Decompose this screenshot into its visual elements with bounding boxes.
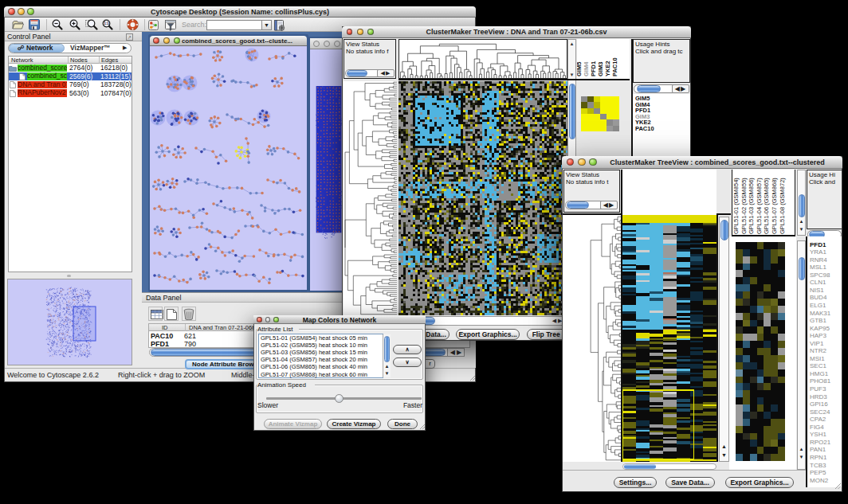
svg-text:FIG4: FIG4	[810, 424, 824, 431]
svg-text:NIS1: NIS1	[810, 287, 824, 294]
svg-text:RPN1: RPN1	[810, 454, 827, 461]
svg-text:GIM5: GIM5	[577, 62, 583, 76]
svg-text:SPC98: SPC98	[810, 272, 830, 279]
svg-text:GPL51-01 (GSM854): GPL51-01 (GSM854)	[732, 178, 740, 234]
svg-text:SEC24: SEC24	[810, 408, 830, 416]
svg-text:1:1: 1:1	[104, 21, 109, 25]
svg-text:MSL1: MSL1	[810, 264, 826, 271]
svg-text:KAP95: KAP95	[810, 325, 830, 332]
svg-text:PHO81: PHO81	[810, 377, 831, 385]
svg-text:MAK31: MAK31	[810, 310, 831, 317]
svg-text:HAP3: HAP3	[810, 332, 826, 339]
svg-text:YSH1: YSH1	[810, 431, 826, 438]
svg-text:GPL51-06 (GSM865): GPL51-06 (GSM865)	[763, 178, 770, 234]
svg-text:ELG1: ELG1	[810, 302, 826, 309]
svg-text:GPL51-03 (GSM856): GPL51-03 (GSM856)	[748, 178, 755, 234]
svg-text:GIM4: GIM4	[583, 61, 590, 76]
svg-text:CPA2: CPA2	[810, 416, 826, 423]
svg-text:GPL51-04 (GSM857): GPL51-04 (GSM857)	[756, 178, 763, 234]
svg-text:TCB3: TCB3	[810, 462, 826, 469]
svg-text:PFD1: PFD1	[590, 61, 597, 76]
svg-text:PFD1: PFD1	[810, 241, 826, 248]
svg-text:HMG1: HMG1	[810, 370, 829, 377]
svg-text:YRA1: YRA1	[810, 248, 826, 256]
svg-text:YKE2: YKE2	[604, 61, 611, 76]
svg-text:GPL51-02 (GSM855): GPL51-02 (GSM855)	[740, 178, 748, 234]
svg-text:PEP5: PEP5	[810, 469, 826, 476]
svg-text:NTR2: NTR2	[810, 347, 826, 354]
svg-text:RPO21: RPO21	[810, 439, 831, 446]
svg-text:PUF3: PUF3	[810, 385, 826, 393]
svg-text:BUD4: BUD4	[810, 294, 827, 301]
svg-text:CLN1: CLN1	[810, 279, 826, 286]
svg-text:PAC10: PAC10	[611, 57, 618, 76]
svg-text:HRD3: HRD3	[810, 393, 827, 400]
svg-text:GPI16: GPI16	[810, 400, 828, 408]
svg-text:VIP1: VIP1	[810, 340, 824, 347]
svg-text:PAN1: PAN1	[810, 446, 826, 453]
svg-text:MSI1: MSI1	[810, 355, 825, 362]
svg-text:GPL51-08 (GSM872): GPL51-08 (GSM872)	[779, 178, 786, 234]
svg-text:GTB1: GTB1	[810, 317, 826, 324]
svg-text:GPL51-07 (GSM868): GPL51-07 (GSM868)	[771, 178, 778, 234]
svg-text:MON2: MON2	[810, 477, 829, 484]
svg-text:SEC1: SEC1	[810, 362, 826, 369]
svg-text:GIM3: GIM3	[597, 62, 604, 76]
svg-text:RNR4: RNR4	[810, 256, 827, 264]
